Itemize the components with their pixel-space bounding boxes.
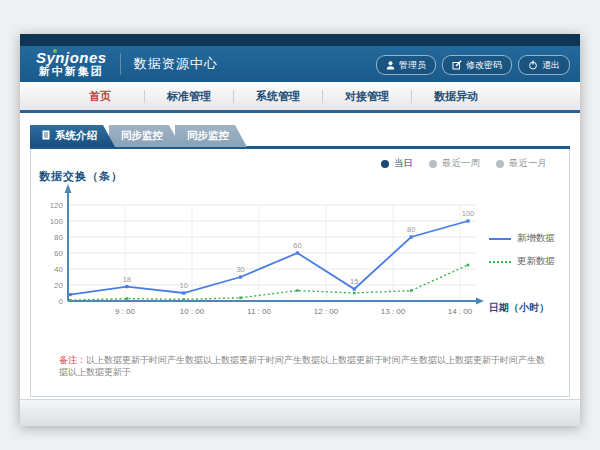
logout-button[interactable]: 退出 bbox=[518, 55, 570, 75]
svg-text:18: 18 bbox=[123, 275, 131, 284]
header-divider bbox=[120, 53, 121, 75]
svg-text:12 : 00: 12 : 00 bbox=[314, 307, 339, 316]
radio-today-label: 当日 bbox=[394, 157, 413, 170]
nav-item-home[interactable]: 首页 bbox=[56, 90, 145, 103]
legend-update-data-label: 更新数据 bbox=[517, 255, 555, 268]
main-nav: 首页 标准管理 系统管理 对接管理 数据异动 bbox=[20, 82, 580, 113]
svg-text:40: 40 bbox=[54, 265, 63, 274]
document-icon bbox=[42, 130, 50, 142]
radio-last-week-label: 最近一周 bbox=[442, 157, 480, 170]
radio-last-month-label: 最近一月 bbox=[509, 157, 547, 170]
logout-label: 退出 bbox=[542, 59, 560, 72]
tab-sync-monitor-2[interactable]: 同步监控 bbox=[175, 125, 247, 147]
radio-last-month-dot bbox=[496, 160, 504, 168]
svg-text:11 : 00: 11 : 00 bbox=[247, 307, 271, 316]
chart-legend: 新增数据 更新数据 bbox=[489, 232, 555, 268]
admin-user-button[interactable]: 管理员 bbox=[376, 55, 436, 75]
logo-accent-dot bbox=[53, 49, 57, 53]
nav-item-data-change[interactable]: 数据异动 bbox=[412, 90, 500, 103]
footnote-text: 以上数据更新于时间产生数据以上数据更新于时间产生数据以上数据更新于时间产生数据以… bbox=[59, 355, 545, 377]
logo-text-cn: 新中新集团 bbox=[36, 65, 107, 78]
page-title: 数据资源中心 bbox=[134, 55, 218, 73]
edit-icon bbox=[452, 60, 462, 70]
tab-sync-monitor-2-label: 同步监控 bbox=[187, 129, 229, 143]
svg-text:9 : 00: 9 : 00 bbox=[115, 307, 136, 316]
svg-text:14 : 00: 14 : 00 bbox=[448, 307, 473, 316]
admin-user-label: 管理员 bbox=[399, 59, 426, 72]
legend-line-solid-icon bbox=[489, 238, 511, 240]
tab-bar: 系统介绍 同步监控 同步监控 bbox=[30, 125, 241, 147]
radio-last-week-dot bbox=[429, 160, 437, 168]
app-header: Synjones 新中新集团 数据资源中心 管理员 修改密码 退出 bbox=[20, 46, 580, 82]
svg-text:20: 20 bbox=[54, 281, 63, 290]
svg-text:60: 60 bbox=[54, 249, 63, 258]
radio-today-dot bbox=[381, 160, 389, 168]
svg-text:15: 15 bbox=[350, 277, 358, 286]
radio-today[interactable]: 当日 bbox=[381, 157, 413, 170]
line-chart: 0204060801001209 : 0010 : 0011 : 0012 : … bbox=[35, 179, 485, 329]
radio-last-week[interactable]: 最近一周 bbox=[429, 157, 480, 170]
svg-text:80: 80 bbox=[407, 225, 415, 234]
svg-text:80: 80 bbox=[54, 233, 63, 242]
svg-text:13 : 00: 13 : 00 bbox=[381, 307, 406, 316]
window-footer-strip bbox=[20, 399, 580, 426]
change-password-button[interactable]: 修改密码 bbox=[442, 55, 512, 75]
svg-text:60: 60 bbox=[293, 241, 301, 250]
header-actions: 管理员 修改密码 退出 bbox=[376, 55, 570, 75]
radio-last-month[interactable]: 最近一月 bbox=[496, 157, 547, 170]
nav-item-interface-mgmt[interactable]: 对接管理 bbox=[323, 90, 412, 103]
tab-sync-monitor-1-label: 同步监控 bbox=[121, 129, 163, 143]
company-logo: Synjones 新中新集团 bbox=[36, 51, 107, 78]
svg-text:120: 120 bbox=[50, 201, 64, 210]
legend-new-data: 新增数据 bbox=[489, 232, 555, 245]
tab-sync-monitor-1[interactable]: 同步监控 bbox=[109, 125, 181, 147]
x-axis-title: 日期（小时） bbox=[489, 301, 549, 315]
footnote-prefix: 备注： bbox=[59, 355, 86, 365]
legend-line-dotted-icon bbox=[489, 261, 511, 263]
svg-text:10 : 00: 10 : 00 bbox=[180, 307, 205, 316]
legend-update-data: 更新数据 bbox=[489, 255, 555, 268]
logo-text-en: Synjones bbox=[36, 51, 107, 65]
legend-new-data-label: 新增数据 bbox=[517, 232, 555, 245]
chart-panel: 当日 最近一周 最近一月 数据交换（条） 0204060801001209 : … bbox=[30, 149, 570, 397]
top-strip bbox=[20, 34, 580, 46]
svg-text:0: 0 bbox=[59, 297, 64, 306]
svg-text:10: 10 bbox=[180, 281, 188, 290]
time-range-filter: 当日 最近一周 最近一月 bbox=[381, 157, 547, 170]
app-window: Synjones 新中新集团 数据资源中心 管理员 修改密码 退出 首页 标准管… bbox=[20, 34, 580, 426]
change-password-label: 修改密码 bbox=[466, 59, 502, 72]
nav-item-standard-mgmt[interactable]: 标准管理 bbox=[145, 90, 234, 103]
svg-text:100: 100 bbox=[462, 209, 475, 218]
footnote: 备注：以上数据更新于时间产生数据以上数据更新于时间产生数据以上数据更新于时间产生… bbox=[59, 354, 545, 378]
tab-system-intro[interactable]: 系统介绍 bbox=[30, 125, 115, 147]
power-icon bbox=[528, 60, 538, 70]
user-icon bbox=[386, 60, 395, 70]
nav-item-system-mgmt[interactable]: 系统管理 bbox=[234, 90, 323, 103]
tab-system-intro-label: 系统介绍 bbox=[55, 129, 97, 143]
svg-text:100: 100 bbox=[50, 217, 64, 226]
svg-text:30: 30 bbox=[236, 265, 244, 274]
